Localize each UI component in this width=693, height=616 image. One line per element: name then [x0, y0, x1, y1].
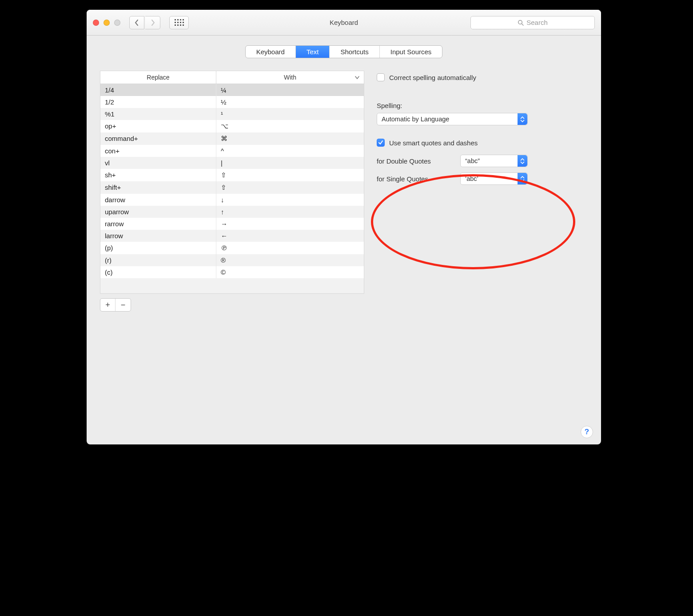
options-panel: Correct spelling automatically Spelling:… — [377, 71, 588, 190]
cell-with: © — [216, 266, 364, 278]
double-quotes-value: “abc” — [465, 157, 480, 164]
tab-input-sources[interactable]: Input Sources — [380, 46, 442, 58]
cell-with: ® — [216, 254, 364, 266]
close-window-button[interactable] — [93, 20, 99, 26]
cell-with: ℗ — [216, 242, 364, 254]
smart-quotes-row: Use smart quotes and dashes — [377, 139, 588, 147]
table-row[interactable]: 1/4¼ — [100, 84, 364, 96]
table-row[interactable]: op+⌥ — [100, 120, 364, 132]
single-quotes-row: for Single Quotes ‘abc’ — [377, 172, 588, 185]
cell-replace: command+ — [100, 132, 216, 145]
header-replace[interactable]: Replace — [100, 71, 216, 84]
table-row[interactable]: darrow↓ — [100, 194, 364, 206]
cell-with: → — [216, 218, 364, 230]
minimize-window-button[interactable] — [104, 20, 110, 26]
tab-text[interactable]: Text — [296, 46, 330, 58]
table-row[interactable]: (p)℗ — [100, 242, 364, 254]
table-row[interactable]: shift+⇧ — [100, 181, 364, 194]
cell-replace: rarrow — [100, 218, 216, 230]
grid-icon — [175, 19, 184, 26]
chevron-right-icon — [151, 20, 155, 26]
cell-replace: con+ — [100, 145, 216, 157]
zoom-window-button[interactable] — [114, 20, 120, 26]
table-row[interactable]: command+⌘ — [100, 132, 364, 145]
segmented-tabs: KeyboardTextShortcutsInput Sources — [245, 45, 443, 58]
single-quotes-select[interactable]: ‘abc’ — [460, 172, 528, 185]
cell-replace: %1 — [100, 108, 216, 120]
cell-with: ^ — [216, 145, 364, 157]
cell-replace: larrow — [100, 230, 216, 242]
check-icon — [378, 140, 383, 145]
stepper-icon — [518, 173, 527, 184]
correct-spelling-row: Correct spelling automatically — [377, 73, 588, 81]
cell-replace: vl — [100, 157, 216, 169]
chevron-down-icon — [355, 74, 359, 81]
cell-with: ⇧ — [216, 181, 364, 194]
table-row[interactable]: sh+⇧ — [100, 169, 364, 181]
double-quotes-row: for Double Quotes “abc” — [377, 155, 588, 167]
spelling-select[interactable]: Automatic by Language — [377, 113, 528, 125]
search-placeholder: Search — [526, 19, 548, 26]
cell-replace: shift+ — [100, 181, 216, 194]
cell-replace: (p) — [100, 242, 216, 254]
cell-replace: sh+ — [100, 169, 216, 181]
correct-spelling-label: Correct spelling automatically — [389, 74, 476, 81]
table-row[interactable]: uparrow↑ — [100, 206, 364, 218]
single-quotes-value: ‘abc’ — [465, 175, 478, 182]
search-icon — [518, 20, 524, 26]
cell-replace: 1/2 — [100, 96, 216, 108]
tab-keyboard[interactable]: Keyboard — [246, 46, 296, 58]
table-row[interactable]: (r)® — [100, 254, 364, 266]
stepper-icon — [518, 155, 527, 167]
cell-with: ½ — [216, 96, 364, 108]
show-all-button[interactable] — [169, 16, 189, 29]
table-row[interactable]: (c)© — [100, 266, 364, 278]
cell-replace: op+ — [100, 120, 216, 132]
double-quotes-select[interactable]: “abc” — [460, 155, 528, 167]
tab-bar: KeyboardTextShortcutsInput Sources — [87, 36, 601, 66]
cell-with: ⌥ — [216, 120, 364, 132]
replacements-table: Replace With 1/4¼1/2½%1¹op+⌥command+⌘con… — [100, 71, 364, 294]
back-button[interactable] — [129, 16, 144, 29]
table-row[interactable]: larrow← — [100, 230, 364, 242]
spelling-heading: Spelling: — [377, 102, 588, 109]
table-row[interactable]: con+^ — [100, 145, 364, 157]
smart-quotes-checkbox[interactable] — [377, 139, 385, 147]
content-area: Replace With 1/4¼1/2½%1¹op+⌥command+⌘con… — [87, 66, 601, 324]
cell-replace: darrow — [100, 194, 216, 206]
double-quotes-label: for Double Quotes — [377, 157, 455, 165]
header-with-label: With — [284, 74, 296, 81]
table-row[interactable]: %1¹ — [100, 108, 364, 120]
add-row-button[interactable]: + — [100, 299, 116, 311]
cell-with: ← — [216, 230, 364, 242]
table-add-remove: + − — [100, 298, 131, 312]
cell-with: ⇧ — [216, 169, 364, 181]
chevron-left-icon — [135, 20, 139, 26]
nav-back-forward — [129, 16, 160, 29]
help-icon: ? — [585, 428, 589, 436]
table-header: Replace With — [100, 71, 364, 84]
cell-replace: 1/4 — [100, 84, 216, 96]
cell-with: | — [216, 157, 364, 169]
titlebar: Keyboard Search — [87, 10, 601, 36]
tab-shortcuts[interactable]: Shortcuts — [330, 46, 379, 58]
traffic-lights — [93, 20, 120, 26]
header-with[interactable]: With — [216, 71, 364, 84]
search-input[interactable]: Search — [470, 16, 595, 29]
table-row[interactable]: vl| — [100, 157, 364, 169]
table-row[interactable]: rarrow→ — [100, 218, 364, 230]
table-row[interactable]: 1/2½ — [100, 96, 364, 108]
preferences-window: Keyboard Search KeyboardTextShortcutsInp… — [87, 10, 601, 444]
cell-with: ¹ — [216, 108, 364, 120]
correct-spelling-checkbox[interactable] — [377, 73, 385, 81]
remove-row-button[interactable]: − — [116, 299, 131, 311]
stepper-icon — [518, 113, 527, 125]
cell-replace: uparrow — [100, 206, 216, 218]
forward-button[interactable] — [145, 16, 160, 29]
smart-quotes-label: Use smart quotes and dashes — [389, 139, 478, 147]
table-row-empty — [100, 278, 364, 293]
help-button[interactable]: ? — [581, 426, 593, 438]
cell-with: ⌘ — [216, 132, 364, 145]
spelling-select-value: Automatic by Language — [382, 116, 449, 123]
single-quotes-label: for Single Quotes — [377, 175, 455, 183]
